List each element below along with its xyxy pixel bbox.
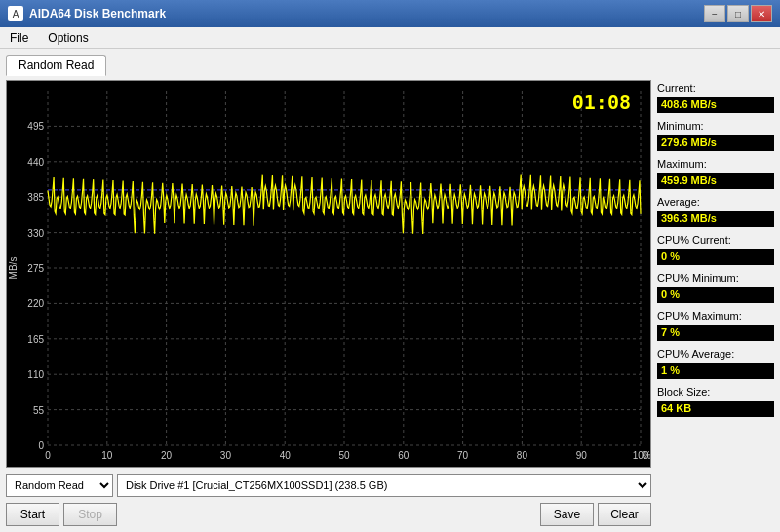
block-size-label: Block Size:	[657, 386, 774, 398]
minimize-button[interactable]: −	[704, 5, 725, 22]
app-icon: A	[8, 6, 23, 21]
stop-button[interactable]: Stop	[63, 503, 117, 526]
chart-container: 01:08	[6, 80, 651, 468]
cpu-maximum-label: CPU% Maximum:	[657, 310, 774, 322]
save-button[interactable]: Save	[540, 503, 594, 526]
cpu-minimum-value: 0 %	[657, 287, 774, 303]
menu-options[interactable]: Options	[42, 29, 94, 47]
disk-chart	[7, 81, 650, 467]
average-label: Average:	[657, 196, 774, 208]
maximum-value: 459.9 MB/s	[657, 173, 774, 189]
block-size-value: 64 KB	[657, 401, 774, 417]
current-label: Current:	[657, 82, 774, 94]
cpu-minimum-label: CPU% Minimum:	[657, 272, 774, 284]
drive-select[interactable]: Disk Drive #1 [Crucial_CT256MX100SSD1] (…	[117, 474, 651, 497]
current-value: 408.6 MB/s	[657, 97, 774, 113]
timer-display: 01:08	[572, 91, 631, 114]
cpu-current-value: 0 %	[657, 249, 774, 265]
average-value: 396.3 MB/s	[657, 211, 774, 227]
cpu-maximum-value: 7 %	[657, 325, 774, 341]
right-panel: Current: 408.6 MB/s Minimum: 279.6 MB/s …	[657, 55, 774, 526]
minimum-label: Minimum:	[657, 120, 774, 132]
clear-button[interactable]: Clear	[598, 503, 651, 526]
start-button[interactable]: Start	[6, 503, 59, 526]
title-bar: A AIDA64 Disk Benchmark − □ ✕	[0, 0, 780, 27]
menu-bar: File Options	[0, 27, 780, 49]
maximize-button[interactable]: □	[727, 5, 749, 22]
close-button[interactable]: ✕	[751, 5, 772, 22]
cpu-average-label: CPU% Average:	[657, 348, 774, 360]
cpu-average-value: 1 %	[657, 363, 774, 379]
test-type-select[interactable]: Random Read	[6, 474, 113, 497]
minimum-value: 279.6 MB/s	[657, 135, 774, 151]
tab-random-read[interactable]: Random Read	[6, 55, 106, 76]
menu-file[interactable]: File	[4, 29, 34, 47]
cpu-current-label: CPU% Current:	[657, 234, 774, 246]
title-text: AIDA64 Disk Benchmark	[29, 7, 166, 20]
maximum-label: Maximum:	[657, 158, 774, 170]
